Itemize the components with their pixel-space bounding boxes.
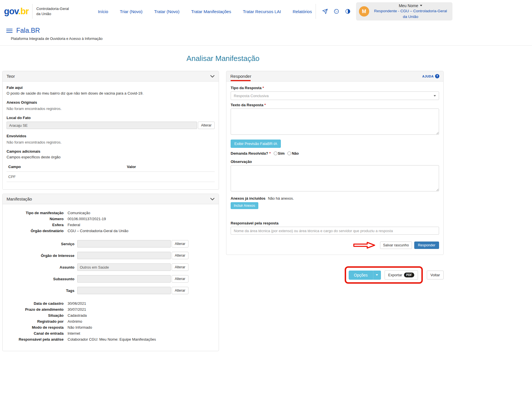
required-asterisk: *: [263, 86, 264, 90]
field-row: Tags Alterar: [7, 287, 215, 294]
app-name[interactable]: Fala.BR: [16, 27, 40, 34]
observacao-label: Observação: [231, 159, 252, 164]
tipo-resposta-select[interactable]: Resposta Conclusiva: [231, 91, 439, 100]
org-name: Controladoria-Geral da União: [36, 6, 70, 16]
column-header-campo: Campo: [7, 162, 125, 172]
field-value: Cadastrada: [68, 313, 87, 318]
orgao-interesse-input[interactable]: [77, 252, 171, 259]
radio-nao[interactable]: Não: [287, 151, 299, 156]
observacao-textarea[interactable]: [231, 165, 439, 191]
field-label: Subassunto: [7, 277, 74, 281]
anexos-originais-label: Anexos Originais: [7, 100, 215, 105]
assunto-input[interactable]: [77, 263, 171, 271]
nav-tratar-novo[interactable]: Tratar (Novo): [154, 9, 180, 14]
anexos-incluidos-value: Não há anexos.: [268, 196, 294, 201]
alterar-local-button[interactable]: Alterar: [198, 122, 215, 129]
field-label: Data de cadastro: [7, 301, 64, 306]
menu-icon[interactable]: [6, 28, 13, 33]
teor-panel-header[interactable]: Teor: [3, 71, 219, 81]
field-label: Registrado por: [7, 319, 64, 324]
fale-aqui-label: Fale aqui: [7, 85, 215, 90]
demanda-resolvida-label: Demanda Resolvida?: [231, 151, 268, 156]
field-value: Internet: [68, 331, 80, 336]
chevron-down-icon: [376, 274, 378, 276]
field-row: Serviço Alterar: [7, 240, 215, 248]
alterar-orgao-interesse-button[interactable]: Alterar: [172, 252, 188, 259]
opcoes-dropdown-toggle[interactable]: [373, 271, 381, 280]
anexos-incluidos-row: Anexos já incluídos Não há anexos.: [231, 196, 439, 201]
responder-button[interactable]: Responder: [414, 242, 439, 249]
anexos-empty-text: Não foram encontrados registros.: [7, 107, 215, 111]
nav-inicio[interactable]: Início: [98, 9, 108, 14]
radio-sim-input[interactable]: [274, 152, 277, 155]
cookie-icon[interactable]: [333, 8, 340, 15]
alterar-subassunto-button[interactable]: Alterar: [172, 275, 188, 283]
field-label: Número: [7, 217, 64, 221]
collapse-chevron-icon[interactable]: [210, 75, 215, 78]
incluir-anexos-button[interactable]: Incluir Anexos: [231, 202, 258, 209]
manifestacao-panel-title: Manifestação: [7, 197, 32, 201]
nav-triar-novo[interactable]: Triar (Novo): [120, 9, 142, 14]
salvar-rascunho-button[interactable]: Salvar rascunho: [380, 242, 412, 249]
anexos-incluidos-label: Anexos já incluídos: [231, 196, 265, 201]
campos-adicionais-label: Campos adicionais: [7, 149, 215, 154]
nav-relatorios[interactable]: Relatórios: [293, 9, 312, 14]
alterar-assunto-button[interactable]: Alterar: [172, 263, 188, 271]
user-role: Respondente - CGU – Controladoria-Geral …: [371, 8, 450, 19]
campos-table: Campo Valor CPF: [7, 162, 215, 182]
field-value: CGU – Controladoria-Geral da União: [68, 229, 128, 233]
nav-tratar-recursos-lai[interactable]: Tratar Recursos LAI: [243, 9, 281, 14]
alterar-servico-button[interactable]: Alterar: [172, 240, 188, 248]
responsavel-input[interactable]: [231, 227, 439, 235]
annotation-arrow: [353, 242, 375, 249]
column-header-valor: Valor: [125, 162, 215, 172]
contrast-icon[interactable]: [344, 8, 352, 15]
campos-subtitle: Campos específicos deste órgão: [7, 155, 215, 159]
tags-input[interactable]: [77, 287, 171, 294]
help-icon: ?: [435, 74, 439, 78]
field-value: 30/06/2021: [68, 301, 86, 306]
chevron-down-icon: [434, 95, 436, 97]
exibir-previsao-button[interactable]: Exibir Previsão FalaBR-IA: [231, 140, 281, 148]
submit-row: Salvar rascunho Responder: [231, 242, 439, 249]
annotation-underline: [231, 80, 251, 81]
tipo-resposta-label-row: Tipo da Resposta *: [231, 86, 439, 90]
radio-nao-input[interactable]: [287, 152, 291, 155]
radio-nao-label: Não: [292, 151, 299, 156]
user-text: Meu Nome Respondente - CGU – Controlador…: [371, 3, 450, 19]
header-divider: [32, 4, 33, 19]
avatar: M: [359, 6, 369, 17]
user-name[interactable]: Meu Nome: [371, 3, 450, 8]
local-do-fato-input[interactable]: [7, 122, 197, 129]
field-value: Comunicação: [68, 211, 90, 215]
alterar-tags-button[interactable]: Alterar: [172, 287, 188, 294]
app-header: Fala.BR Plataforma Integrada de Ouvidori…: [0, 23, 532, 46]
radio-sim[interactable]: Sim: [274, 151, 285, 156]
voltar-button[interactable]: Voltar: [427, 271, 444, 279]
user-menu[interactable]: M Meu Nome Respondente - CGU – Controlad…: [356, 2, 452, 21]
subassunto-input[interactable]: [77, 275, 171, 283]
nav-tratar-manifestacoes[interactable]: Tratar Manifestações: [191, 9, 231, 14]
ajuda-link[interactable]: AJUDA ?: [422, 74, 439, 78]
servico-input[interactable]: [77, 240, 171, 248]
opcoes-button[interactable]: Opções: [349, 271, 373, 280]
pdf-badge: PDF: [404, 273, 414, 277]
select-value: Resposta Conclusiva: [234, 94, 269, 98]
paper-plane-icon[interactable]: [321, 8, 329, 15]
texto-resposta-textarea[interactable]: [231, 109, 439, 135]
govbr-logo[interactable]: gov.br: [4, 6, 29, 17]
envolvidos-label: Envolvidos: [7, 134, 215, 138]
table-row: CPF: [7, 172, 215, 182]
field-label: Situação: [7, 313, 64, 318]
teor-panel: Teor Fale aqui O posto de saúde do meu b…: [2, 71, 219, 190]
fale-aqui-text: O posto de saúde do meu bairro diz que n…: [7, 91, 215, 95]
teor-panel-body: Fale aqui O posto de saúde do meu bairro…: [3, 81, 219, 189]
collapse-chevron-icon[interactable]: [210, 198, 215, 201]
top-header: gov.br Controladoria-Geral da União Iníc…: [0, 0, 532, 23]
manifestacao-panel-header[interactable]: Manifestação: [3, 194, 219, 204]
field-label: Modo de resposta: [7, 325, 64, 330]
teor-panel-title: Teor: [7, 74, 15, 79]
manifestacao-panel: Manifestação Tipo de manifestação Comuni…: [2, 194, 219, 351]
exportar-button[interactable]: Exportar PDF: [385, 270, 418, 280]
field-row: Responsável pela análise Colaborador CGU…: [7, 336, 215, 342]
